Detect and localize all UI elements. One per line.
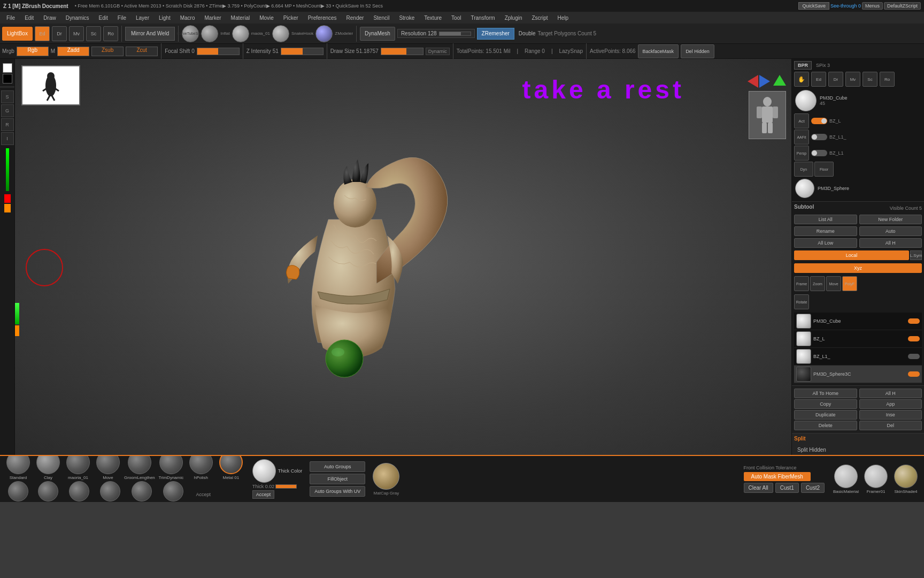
- local-btn[interactable]: Local: [794, 250, 909, 260]
- white-color-swatch[interactable]: [3, 63, 12, 73]
- menus-button[interactable]: Menus: [862, 2, 883, 10]
- brush-metal01[interactable]: Metal 01: [217, 455, 245, 480]
- rename-btn[interactable]: Rename: [794, 226, 857, 236]
- mirror-weld-button[interactable]: Mirror And Weld: [125, 27, 175, 41]
- inflat-sphere[interactable]: [201, 25, 218, 42]
- default-zscript-button[interactable]: DefaultZScript: [884, 2, 921, 10]
- all-low-btn[interactable]: All Low: [794, 238, 857, 248]
- menu-material[interactable]: Material: [227, 14, 255, 22]
- subtool-toggle-2[interactable]: [908, 336, 920, 341]
- resolution-slider[interactable]: [439, 32, 471, 36]
- brush-groom[interactable]: GroomLengthen: [124, 455, 155, 480]
- menu-stencil[interactable]: Stencil: [369, 14, 394, 22]
- left-tool-2[interactable]: G: [1, 104, 14, 117]
- menu-light[interactable]: Light: [155, 14, 175, 22]
- brush-extract[interactable]: Extract: [159, 481, 187, 502]
- toggle-2[interactable]: [811, 134, 827, 140]
- cust2-btn[interactable]: Cust2: [801, 483, 825, 493]
- draw-tool[interactable]: Dr: [52, 26, 67, 41]
- edit-tool[interactable]: Ed: [35, 26, 50, 41]
- matcap-sphere[interactable]: [373, 463, 399, 490]
- rotate-icon[interactable]: Ro: [880, 72, 895, 87]
- split-hidden-btn[interactable]: Split Hidden: [794, 444, 922, 455]
- subtool-toggle-1[interactable]: [908, 318, 920, 324]
- pm3d-sphere2[interactable]: [795, 179, 814, 198]
- scale-icon[interactable]: Sc: [863, 72, 877, 87]
- zmodeler-sphere[interactable]: [315, 25, 333, 42]
- menu-marker[interactable]: Marker: [200, 14, 225, 22]
- toggle-1[interactable]: [811, 118, 827, 124]
- brush-groomspike[interactable]: GroomSpike: [34, 481, 62, 502]
- orange-swatch[interactable]: [4, 204, 11, 212]
- menu-movie[interactable]: Movie: [255, 14, 278, 22]
- menu-stroke[interactable]: Stroke: [395, 14, 419, 22]
- canvas-area[interactable]: take a rest: [15, 59, 791, 455]
- pm3d-sphere[interactable]: [795, 90, 817, 111]
- flat-color-sphere[interactable]: [252, 459, 276, 483]
- red-swatch[interactable]: [4, 194, 11, 203]
- brush-movetopo[interactable]: Move Topologig: [64, 481, 94, 502]
- auto-groups-btn[interactable]: Auto Groups: [310, 461, 365, 472]
- brush-maoia1[interactable]: maoria_01: [64, 455, 92, 480]
- dynamesh-button[interactable]: DynaMesh: [360, 27, 395, 41]
- left-tool-3[interactable]: R: [1, 118, 14, 131]
- subtool-toggle-3[interactable]: [908, 354, 920, 359]
- thick-slider[interactable]: [275, 484, 297, 489]
- move-icon[interactable]: Mv: [845, 72, 860, 87]
- menu-preferences[interactable]: Preferences: [304, 14, 341, 22]
- edit-icon[interactable]: Ed: [811, 72, 826, 87]
- del-hidden-btn[interactable]: Del Hidden: [681, 44, 714, 58]
- lsym-icon[interactable]: L.Sym: [910, 250, 922, 260]
- duplicate-btn[interactable]: Duplicate: [794, 410, 857, 420]
- bpr-button[interactable]: BPR: [794, 61, 812, 70]
- model-area[interactable]: [15, 59, 791, 455]
- left-tool-1[interactable]: S: [1, 90, 14, 103]
- menu-texture[interactable]: Texture: [420, 14, 446, 22]
- brush-standard[interactable]: Standard: [4, 455, 32, 480]
- rotate-3d-btn[interactable]: Rotate: [794, 294, 809, 309]
- brush-trim[interactable]: TrimDynamic: [157, 455, 185, 480]
- menu-file[interactable]: File: [2, 14, 19, 22]
- all-h-btn[interactable]: All H: [859, 238, 922, 248]
- brush-hpolish[interactable]: hPolish: [187, 455, 215, 480]
- menu-draw[interactable]: Draw: [39, 14, 60, 22]
- menu-zscript[interactable]: Zscript: [527, 14, 552, 22]
- menu-render[interactable]: Render: [342, 14, 368, 22]
- brush-groomhairshort[interactable]: GroomHairShort: [126, 481, 157, 502]
- lightbox-button[interactable]: LightBox: [2, 27, 33, 41]
- draw-size-slider[interactable]: [381, 48, 424, 55]
- all-h2-btn[interactable]: All H: [859, 389, 922, 398]
- new-folder-btn[interactable]: New Folder: [859, 215, 922, 224]
- hand-icon[interactable]: ✋: [794, 72, 809, 87]
- brush-basic-material[interactable]: BasicMaterial: [832, 465, 860, 494]
- menu-macro[interactable]: Macro: [176, 14, 199, 22]
- green-bar[interactable]: [6, 148, 9, 191]
- polyf-btn[interactable]: PolyF: [842, 276, 857, 291]
- clear-all-btn[interactable]: Clear All: [744, 483, 773, 493]
- move-btn[interactable]: Move: [826, 276, 841, 291]
- xyz-btn[interactable]: Xyz: [794, 263, 922, 273]
- menu-edit[interactable]: Edit: [20, 14, 38, 22]
- curve-tube-snap[interactable]: CurveTubeSnap: [182, 25, 199, 42]
- fill-object-btn[interactable]: FillObject: [310, 474, 365, 484]
- quicksave-button[interactable]: QuickSave: [798, 2, 829, 10]
- copy-btn[interactable]: Copy: [794, 399, 857, 409]
- z-intensity-slider[interactable]: [281, 48, 324, 55]
- brush-accept[interactable]: Accept: [189, 492, 217, 497]
- scale-tool[interactable]: Sc: [86, 26, 101, 41]
- auto-btn[interactable]: Auto: [859, 226, 922, 236]
- zremesher-button[interactable]: ZRemesher: [477, 28, 514, 40]
- menu-help[interactable]: Help: [553, 14, 573, 22]
- left-tool-4[interactable]: I: [1, 132, 14, 145]
- persp-btn[interactable]: Persp: [794, 146, 809, 161]
- zoom3d-btn[interactable]: Zoom: [810, 276, 825, 291]
- brush-move[interactable]: Move: [94, 455, 122, 480]
- split-header[interactable]: Split: [794, 436, 806, 442]
- backface-mask-btn[interactable]: BackfaceMask: [638, 44, 679, 58]
- zadd-toggle[interactable]: Zadd: [57, 47, 89, 56]
- menu-tool[interactable]: Tool: [447, 14, 465, 22]
- zsub-toggle[interactable]: Zsub: [91, 47, 124, 56]
- floor-icon[interactable]: Floor: [814, 162, 834, 177]
- brush-skinshade4[interactable]: SkinShade4: [892, 465, 920, 494]
- dynamic-icon[interactable]: Dyn: [794, 162, 813, 177]
